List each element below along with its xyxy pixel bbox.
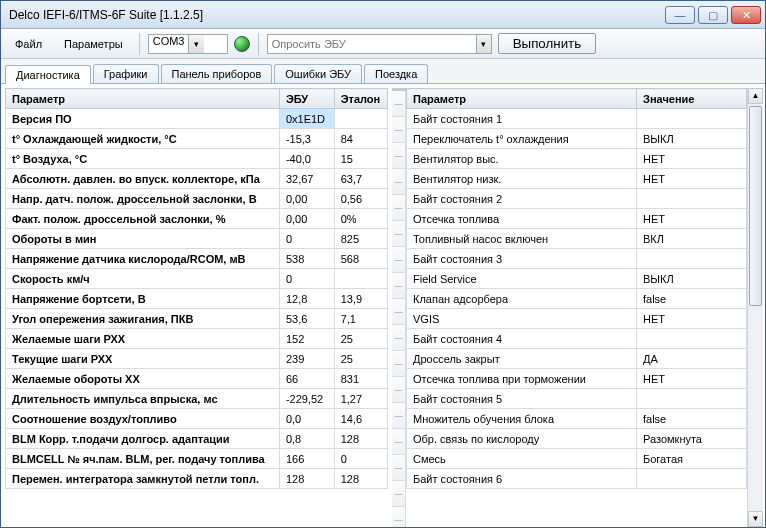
table-row[interactable]: Клапан адсорбераfalse xyxy=(407,289,747,309)
table-row[interactable]: BLM Корр. т.подачи долгоср. адаптации0,8… xyxy=(6,429,388,449)
table-row[interactable]: Дроссель закрытДА xyxy=(407,349,747,369)
param-value: НЕТ xyxy=(637,369,747,389)
tab-charts[interactable]: Графики xyxy=(93,64,159,83)
chevron-down-icon[interactable]: ▾ xyxy=(476,35,491,53)
table-row[interactable]: Факт. полож. дроссельной заслонки, %0,00… xyxy=(6,209,388,229)
table-row[interactable]: Топливный насос включенВКЛ xyxy=(407,229,747,249)
table-row[interactable]: Напряжение датчика кислорода/RCOM, мВ538… xyxy=(6,249,388,269)
close-button[interactable]: ✕ xyxy=(731,6,761,24)
row-handle[interactable]: — xyxy=(392,351,406,377)
row-handle[interactable]: — xyxy=(392,481,406,507)
table-row[interactable]: Отсечка топливаНЕТ xyxy=(407,209,747,229)
table-row[interactable]: Желаемые обороты ХХ66831 xyxy=(6,369,388,389)
row-handle[interactable]: — xyxy=(392,221,406,247)
com-port-select[interactable]: COM3 ▾ xyxy=(148,34,228,54)
param-name: Дроссель закрыт xyxy=(407,349,637,369)
table-row[interactable]: Множитель обучения блокаfalse xyxy=(407,409,747,429)
col-value[interactable]: Значение xyxy=(637,89,747,109)
tab-trip[interactable]: Поездка xyxy=(364,64,428,83)
table-row[interactable]: Желаемые шаги РХХ15225 xyxy=(6,329,388,349)
row-handle[interactable]: — xyxy=(392,143,406,169)
param-name: t° Охлаждающей жидкости, °С xyxy=(6,129,280,149)
param-name: Напряжение датчика кислорода/RCOM, мВ xyxy=(6,249,280,269)
row-handle[interactable]: — xyxy=(392,429,406,455)
ref-value: 25 xyxy=(334,329,387,349)
row-handle[interactable]: — xyxy=(392,377,406,403)
param-value xyxy=(637,389,747,409)
tab-content: Параметр ЭБУ Эталон Версия ПО0x1E1Dt° Ох… xyxy=(1,83,765,527)
tab-diagnostics[interactable]: Диагностика xyxy=(5,65,91,84)
param-value: ВЫКЛ xyxy=(637,269,747,289)
table-row[interactable]: Отсечка топлива при торможенииНЕТ xyxy=(407,369,747,389)
scroll-down-icon[interactable]: ▼ xyxy=(748,511,763,527)
table-row[interactable]: Вентилятор низк.НЕТ xyxy=(407,169,747,189)
command-select[interactable]: ▾ xyxy=(267,34,492,54)
scroll-track[interactable] xyxy=(748,104,763,511)
table-row[interactable]: Длительность импульса впрыска, мс-229,52… xyxy=(6,389,388,409)
maximize-button[interactable]: ▢ xyxy=(698,6,728,24)
table-row[interactable]: BLMCELL № яч.пам. BLM, рег. подачу топли… xyxy=(6,449,388,469)
row-handle[interactable]: — xyxy=(392,169,406,195)
param-name: Байт состояния 6 xyxy=(407,469,637,489)
menu-file[interactable]: Файл xyxy=(7,35,50,53)
scroll-up-icon[interactable]: ▲ xyxy=(748,88,763,104)
table-row[interactable]: Абсолютн. давлен. во впуск. коллекторе, … xyxy=(6,169,388,189)
row-handle[interactable]: — xyxy=(392,117,406,143)
ecu-value: 166 xyxy=(279,449,334,469)
table-row[interactable]: Байт состояния 2 xyxy=(407,189,747,209)
execute-button[interactable]: Выполнить xyxy=(498,33,596,54)
menu-params[interactable]: Параметры xyxy=(56,35,131,53)
table-row[interactable]: Напряжение бортсети, В12,813,9 xyxy=(6,289,388,309)
ecu-value: 53,6 xyxy=(279,309,334,329)
table-row[interactable]: t° Воздуха, °С-40,015 xyxy=(6,149,388,169)
row-handle[interactable]: — xyxy=(392,195,406,221)
ecu-value: 152 xyxy=(279,329,334,349)
table-row[interactable]: Байт состояния 1 xyxy=(407,109,747,129)
minimize-button[interactable]: — xyxy=(665,6,695,24)
table-row[interactable]: Байт состояния 5 xyxy=(407,389,747,409)
col-param[interactable]: Параметр xyxy=(6,89,280,109)
table-row[interactable]: Соотношение воздух/топливо0,014,6 xyxy=(6,409,388,429)
table-row[interactable]: Обороты в мин0825 xyxy=(6,229,388,249)
param-name: Вентилятор низк. xyxy=(407,169,637,189)
table-row[interactable]: VGISНЕТ xyxy=(407,309,747,329)
row-handle[interactable]: — xyxy=(392,273,406,299)
table-row[interactable]: Байт состояния 3 xyxy=(407,249,747,269)
table-row[interactable]: Угол опережения зажигания, ПКВ53,67,1 xyxy=(6,309,388,329)
param-value: НЕТ xyxy=(637,149,747,169)
right-table: Параметр Значение Байт состояния 1Перекл… xyxy=(406,88,747,489)
table-row[interactable]: Переключатель t° охлажденияВЫКЛ xyxy=(407,129,747,149)
table-row[interactable]: Вентилятор выс.НЕТ xyxy=(407,149,747,169)
chevron-down-icon[interactable]: ▾ xyxy=(188,35,204,53)
param-value: ВКЛ xyxy=(637,229,747,249)
table-row[interactable]: Байт состояния 4 xyxy=(407,329,747,349)
scrollbar[interactable]: ▲ ▼ xyxy=(747,88,763,527)
ref-value: 63,7 xyxy=(334,169,387,189)
command-input[interactable] xyxy=(268,35,476,53)
table-row[interactable]: Текущие шаги РХХ23925 xyxy=(6,349,388,369)
row-handle[interactable]: — xyxy=(392,325,406,351)
row-handle[interactable]: — xyxy=(392,455,406,481)
ref-value xyxy=(334,109,387,129)
row-handle[interactable]: — xyxy=(392,91,406,117)
row-handle[interactable]: — xyxy=(392,403,406,429)
tab-dashboard[interactable]: Панель приборов xyxy=(161,64,273,83)
ref-value: 15 xyxy=(334,149,387,169)
table-row[interactable]: Напр. датч. полож. дроссельной заслонки,… xyxy=(6,189,388,209)
col-ref[interactable]: Эталон xyxy=(334,89,387,109)
table-row[interactable]: Field ServiceВЫКЛ xyxy=(407,269,747,289)
table-row[interactable]: t° Охлаждающей жидкости, °С-15,384 xyxy=(6,129,388,149)
scroll-thumb[interactable] xyxy=(749,106,762,306)
row-handle[interactable]: — xyxy=(392,507,406,527)
table-row[interactable]: Перемен. интегратора замкнутой петли топ… xyxy=(6,469,388,489)
table-row[interactable]: Скорость км/ч0 xyxy=(6,269,388,289)
row-handle[interactable]: — xyxy=(392,247,406,273)
col-param[interactable]: Параметр xyxy=(407,89,637,109)
table-row[interactable]: Байт состояния 6 xyxy=(407,469,747,489)
tab-errors[interactable]: Ошибки ЭБУ xyxy=(274,64,362,83)
row-handle[interactable]: — xyxy=(392,299,406,325)
table-row[interactable]: СмесьБогатая xyxy=(407,449,747,469)
col-ecu[interactable]: ЭБУ xyxy=(279,89,334,109)
table-row[interactable]: Версия ПО0x1E1D xyxy=(6,109,388,129)
table-row[interactable]: Обр. связь по кислородуРазомкнута xyxy=(407,429,747,449)
